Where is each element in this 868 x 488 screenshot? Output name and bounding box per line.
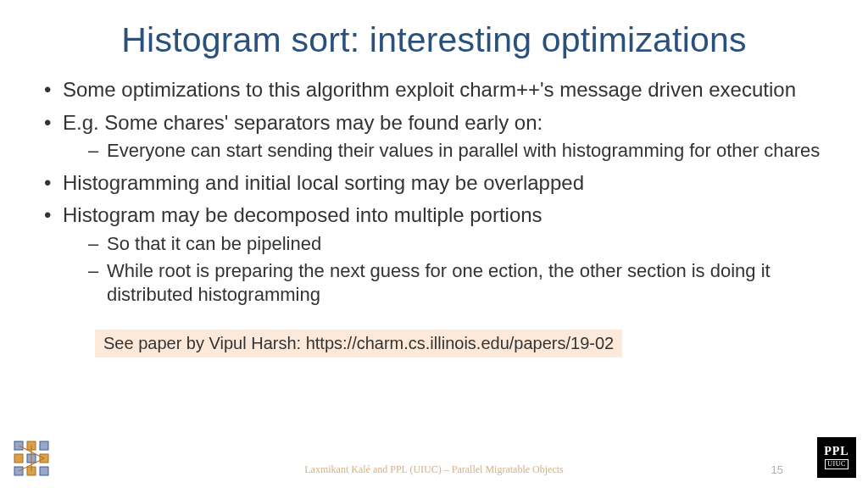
bullet-item: Histogram may be decomposed into multipl…	[41, 202, 827, 307]
sub-item: While root is preparing the next guess f…	[63, 259, 827, 307]
bullet-text: Histogram may be decomposed into multipl…	[63, 203, 542, 226]
sub-item: So that it can be pipelined	[63, 232, 827, 256]
sub-list: Everyone can start sending their values …	[63, 139, 827, 163]
svg-rect-8	[40, 467, 48, 475]
sub-item: Everyone can start sending their values …	[63, 139, 827, 163]
bullet-item: Histogramming and initial local sorting …	[41, 170, 827, 197]
svg-rect-2	[40, 441, 48, 450]
left-logo-icon	[12, 439, 51, 478]
bullet-list: Some optimizations to this algorithm exp…	[41, 77, 827, 308]
logo-text-bottom: UIUC	[825, 459, 849, 469]
footer-text: Laxmikant Kalé and PPL (UIUC) – Parallel…	[0, 463, 868, 476]
slide-title: Histogram sort: interesting optimization…	[41, 15, 827, 74]
logo-text-top: PPL	[824, 446, 849, 458]
bullet-text: Some optimizations to this algorithm exp…	[63, 78, 796, 101]
right-logo-icon: PPL UIUC	[817, 437, 856, 478]
page-number: 15	[771, 463, 783, 476]
bullet-item: Some optimizations to this algorithm exp…	[41, 77, 827, 103]
reference-note: See paper by Vipul Harsh: https://charm.…	[95, 330, 622, 358]
bullet-text: E.g. Some chares' separators may be foun…	[63, 111, 542, 134]
sub-list: So that it can be pipelined While root i…	[63, 232, 827, 307]
bullet-item: E.g. Some chares' separators may be foun…	[41, 110, 827, 164]
slide: Histogram sort: interesting optimization…	[0, 0, 868, 488]
svg-rect-3	[14, 454, 23, 463]
bullet-text: Histogramming and initial local sorting …	[63, 171, 584, 194]
